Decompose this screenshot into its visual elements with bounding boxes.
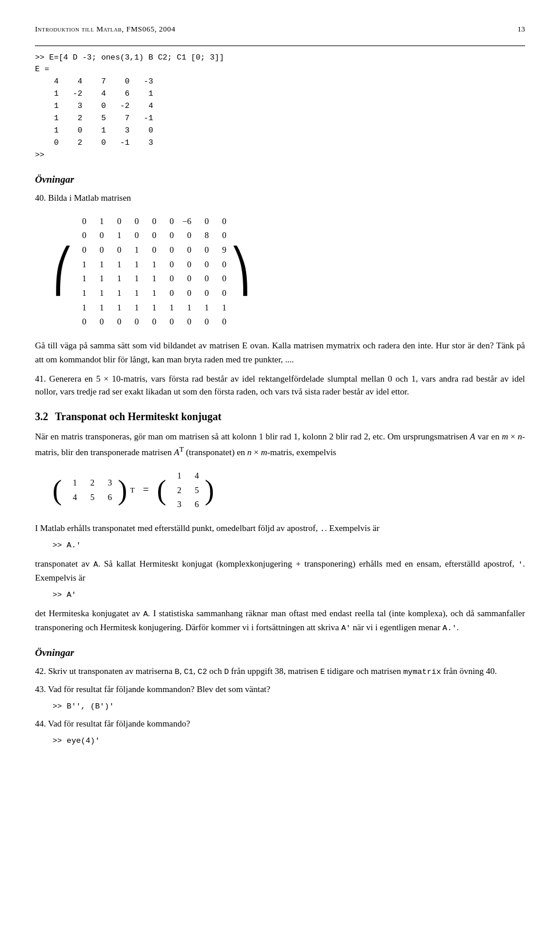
matrix-cell: 1 — [147, 286, 156, 301]
matrix-cell: 1 — [130, 301, 139, 315]
code-block-e-matrix: >> E=[4 D -3; ones(3,1) B C2; C1 [0; 3]]… — [35, 52, 525, 162]
matrix-cell: 0 — [112, 214, 121, 229]
matrix-cell: 1 — [130, 257, 139, 272]
inline-B: B — [175, 668, 180, 676]
matrix-cell: 1 — [77, 257, 86, 272]
matrix-cell: 0 — [200, 315, 209, 329]
matrix-big-container: ⎛ 010000−6000010000800001000091111100001… — [52, 213, 525, 330]
matrix-cell: 0 — [217, 257, 226, 272]
matrix-cell: 0 — [200, 271, 209, 286]
inline-E: E — [320, 668, 325, 676]
matrix-cell: 1 — [164, 301, 174, 315]
matrix-cell: 0 — [94, 315, 104, 329]
t-left-paren-2: ( — [157, 476, 166, 504]
matrix-cell: 0 — [200, 214, 209, 229]
inline-code-A-prime: A' — [341, 624, 351, 633]
header-title: Introduktion till Matlab, FMS065, 2004 — [35, 23, 176, 35]
matrix-cell: 0 — [182, 271, 191, 286]
matrix-cell: 4 — [68, 490, 77, 505]
matrix-cell: 0 — [182, 228, 191, 243]
matrix-cell: 3 — [172, 497, 181, 512]
matrix-cell: 1 — [130, 243, 139, 257]
inline-A-2: A — [143, 610, 148, 619]
matrix-cell: 1 — [147, 257, 156, 272]
matrix-cell: 0 — [112, 243, 121, 257]
matrix-cell: 2 — [172, 483, 181, 498]
transpose-equation: ( 123456 ) T = ( 142536 ) — [52, 467, 525, 513]
t-left-paren-1: ( — [52, 476, 62, 504]
matrix-cell: 1 — [200, 301, 209, 315]
code-43: >> B'', (B')' — [52, 701, 525, 713]
matrix-cell: 1 — [68, 476, 77, 490]
exercise-44-num: 44. — [35, 719, 46, 728]
matrix-cell: 1 — [94, 301, 104, 315]
exercises-heading-2: Övningar — [35, 645, 525, 661]
matrix-cell: 0 — [147, 243, 156, 257]
matrix-cell: 0 — [217, 228, 226, 243]
matrix-cell: 0 — [182, 243, 191, 257]
matrix-cell: 0 — [164, 286, 174, 301]
exercise-40-continuation: Gå till väga på samma sätt som vid bilda… — [35, 338, 525, 366]
section-32-text-1a: När en matris transponeras, gör man om m… — [35, 432, 525, 457]
matrix-cell: 0 — [77, 214, 86, 229]
exercise-41-text: Generera en 5 × 10-matris, vars första r… — [35, 374, 525, 397]
exercise-44-text: Vad för resultat får följande kommando? — [48, 719, 190, 728]
exercise-41: 41. Generera en 5 × 10-matris, vars förs… — [35, 372, 525, 399]
t-right-paren-2: ) — [205, 476, 214, 504]
code-hermiteskt: >> A' — [52, 589, 525, 601]
exercise-41-num: 41. — [35, 374, 46, 383]
exercise-42-text: Skriv ut transponaten av matriserna B, C… — [48, 666, 497, 676]
matrix-cell: 0 — [77, 228, 86, 243]
exercises-heading-1: Övningar — [35, 172, 525, 187]
matrix-cell: 0 — [164, 243, 174, 257]
section-32: 3.2 Transponat och Hermiteskt konjugat — [35, 409, 525, 425]
inline-code-apostrophe: ' — [518, 560, 523, 569]
section-32-text-1: När en matris transponeras, gör man om m… — [35, 429, 525, 459]
matrix-cell: 1 — [182, 301, 191, 315]
matrix-cell: 1 — [77, 271, 86, 286]
matrix-cell: 0 — [200, 243, 209, 257]
matrix-cell: 8 — [200, 228, 209, 243]
matrix-cell: 1 — [94, 271, 104, 286]
matrix-left-paren: ⎛ — [52, 250, 74, 292]
matrix-cell: 9 — [217, 243, 226, 257]
matrix-cell: 0 — [94, 243, 104, 257]
matrix-cell: 1 — [77, 286, 86, 301]
code-transponat: >> A.' — [52, 540, 525, 551]
matrix-cell: −6 — [182, 214, 191, 229]
matrix-cell: 0 — [77, 315, 86, 329]
equals-sign: = — [143, 482, 149, 498]
matrix-cell: 5 — [190, 483, 199, 498]
matrix-cell: 1 — [112, 257, 121, 272]
section-32-num: 3.2 — [35, 411, 48, 422]
matrix-cell: 3 — [103, 476, 112, 490]
matrix-cell: 0 — [130, 214, 139, 229]
matrix-right-paren: ⎞ — [230, 250, 251, 292]
matrix-cell: 0 — [147, 214, 156, 229]
exercise-40: 40. Bilda i Matlab matrisen — [35, 191, 525, 205]
matrix-cell: 6 — [190, 497, 199, 512]
matrix-cell: 1 — [94, 257, 104, 272]
exercise-43-text: Vad för resultat får följande kommandon?… — [48, 684, 270, 694]
inline-code-A-dotprime: A.' — [443, 624, 457, 633]
exercise-44: 44. Vad för resultat får följande komman… — [35, 717, 525, 731]
matrix-cell: 1 — [112, 271, 121, 286]
inline-mymatrix: mymatrix — [403, 668, 441, 676]
matrix-cell: 0 — [182, 257, 191, 272]
section-32-text-3: transponatet av A. Så kallat Hermiteskt … — [35, 557, 525, 585]
section-32-text-2: I Matlab erhålls transponatet med efters… — [35, 521, 525, 536]
matrix-cell: 0 — [217, 315, 226, 329]
matrix-left-content: 123456 — [64, 474, 116, 505]
t-right-paren-1: ) — [118, 476, 127, 504]
matrix-cell: 1 — [112, 286, 121, 301]
code-44: >> eye(4)' — [52, 735, 525, 747]
matrix-cell: 0 — [217, 286, 226, 301]
matrix-cell: 0 — [77, 243, 86, 257]
matrix-cell: 1 — [147, 271, 156, 286]
page-number: 13 — [517, 23, 525, 35]
matrix-cell: 2 — [85, 476, 94, 490]
exercise-42-num: 42. — [35, 666, 46, 676]
matrix-cell: 0 — [164, 214, 174, 229]
inline-A-1: A — [93, 560, 98, 569]
matrix-cell: 1 — [172, 469, 181, 483]
